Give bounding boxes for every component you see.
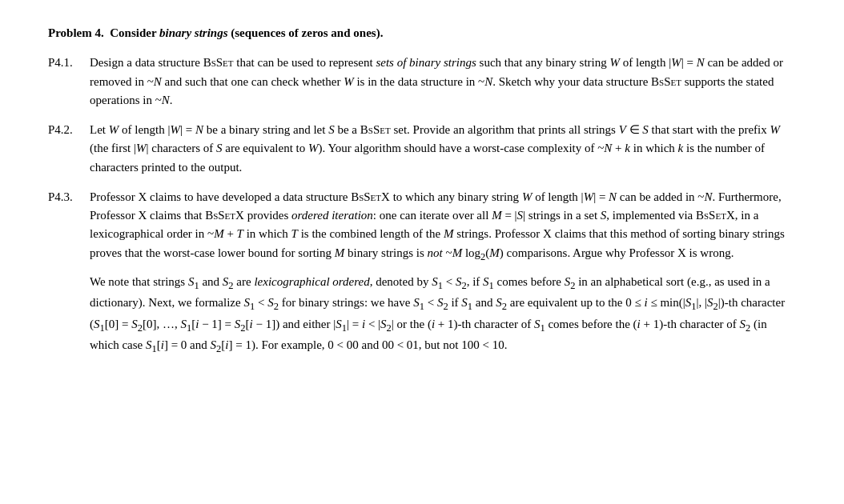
problem-label-p43: P4.3. bbox=[48, 188, 90, 206]
problem-content-p41: Design a data structure BsSet that can b… bbox=[90, 54, 796, 110]
problem-label-p42: P4.2. bbox=[48, 121, 90, 139]
problem-label-p41: P4.1. bbox=[48, 54, 90, 72]
problem-item-p41: P4.1. Design a data structure BsSet that… bbox=[48, 54, 796, 110]
problem-content-p42: Let W of length |W| = N be a binary stri… bbox=[90, 121, 796, 177]
problem-content-p43: Professor X claims to have developed a d… bbox=[90, 188, 796, 358]
note-block: We note that strings S1 and S2 are lexic… bbox=[90, 273, 796, 358]
problem-item-p43: P4.3. Professor X claims to have develop… bbox=[48, 188, 796, 358]
problem-header: Problem 4. Consider binary strings (sequ… bbox=[48, 24, 796, 42]
problem-item-p42: P4.2. Let W of length |W| = N be a binar… bbox=[48, 121, 796, 177]
